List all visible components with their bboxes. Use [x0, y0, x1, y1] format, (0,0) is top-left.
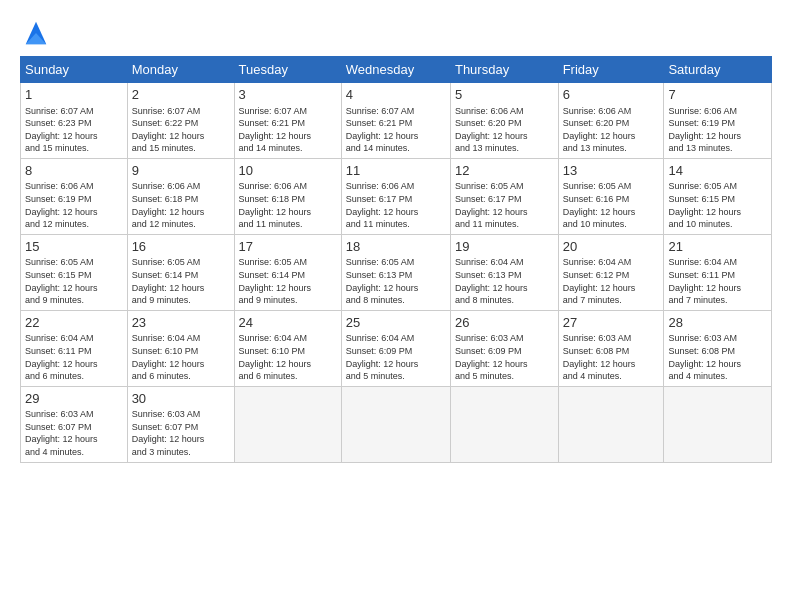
calendar-day-cell: 11Sunrise: 6:06 AM Sunset: 6:17 PM Dayli…	[341, 158, 450, 234]
calendar-week-row: 29Sunrise: 6:03 AM Sunset: 6:07 PM Dayli…	[21, 386, 772, 462]
day-number: 2	[132, 86, 230, 104]
day-number: 10	[239, 162, 337, 180]
calendar-day-cell	[450, 386, 558, 462]
calendar-day-cell: 21Sunrise: 6:04 AM Sunset: 6:11 PM Dayli…	[664, 234, 772, 310]
day-number: 15	[25, 238, 123, 256]
day-info: Sunrise: 6:04 AM Sunset: 6:11 PM Dayligh…	[25, 332, 123, 382]
day-number: 3	[239, 86, 337, 104]
day-info: Sunrise: 6:07 AM Sunset: 6:22 PM Dayligh…	[132, 105, 230, 155]
day-number: 7	[668, 86, 767, 104]
day-info: Sunrise: 6:03 AM Sunset: 6:08 PM Dayligh…	[668, 332, 767, 382]
day-info: Sunrise: 6:04 AM Sunset: 6:10 PM Dayligh…	[239, 332, 337, 382]
calendar-day-cell: 30Sunrise: 6:03 AM Sunset: 6:07 PM Dayli…	[127, 386, 234, 462]
calendar-day-cell: 25Sunrise: 6:04 AM Sunset: 6:09 PM Dayli…	[341, 310, 450, 386]
calendar-day-cell	[558, 386, 664, 462]
day-number: 14	[668, 162, 767, 180]
day-number: 24	[239, 314, 337, 332]
day-number: 22	[25, 314, 123, 332]
day-number: 6	[563, 86, 660, 104]
day-info: Sunrise: 6:07 AM Sunset: 6:21 PM Dayligh…	[239, 105, 337, 155]
header-row: SundayMondayTuesdayWednesdayThursdayFrid…	[21, 57, 772, 83]
day-info: Sunrise: 6:06 AM Sunset: 6:20 PM Dayligh…	[455, 105, 554, 155]
calendar-day-cell: 16Sunrise: 6:05 AM Sunset: 6:14 PM Dayli…	[127, 234, 234, 310]
weekday-header: Wednesday	[341, 57, 450, 83]
day-info: Sunrise: 6:04 AM Sunset: 6:11 PM Dayligh…	[668, 256, 767, 306]
calendar-day-cell: 7Sunrise: 6:06 AM Sunset: 6:19 PM Daylig…	[664, 83, 772, 159]
weekday-header: Tuesday	[234, 57, 341, 83]
day-info: Sunrise: 6:06 AM Sunset: 6:18 PM Dayligh…	[239, 180, 337, 230]
day-info: Sunrise: 6:06 AM Sunset: 6:19 PM Dayligh…	[668, 105, 767, 155]
day-info: Sunrise: 6:04 AM Sunset: 6:09 PM Dayligh…	[346, 332, 446, 382]
calendar-table: SundayMondayTuesdayWednesdayThursdayFrid…	[20, 56, 772, 463]
calendar-day-cell: 26Sunrise: 6:03 AM Sunset: 6:09 PM Dayli…	[450, 310, 558, 386]
day-info: Sunrise: 6:04 AM Sunset: 6:12 PM Dayligh…	[563, 256, 660, 306]
calendar-day-cell: 24Sunrise: 6:04 AM Sunset: 6:10 PM Dayli…	[234, 310, 341, 386]
day-info: Sunrise: 6:07 AM Sunset: 6:21 PM Dayligh…	[346, 105, 446, 155]
weekday-header: Saturday	[664, 57, 772, 83]
day-info: Sunrise: 6:03 AM Sunset: 6:07 PM Dayligh…	[132, 408, 230, 458]
day-info: Sunrise: 6:05 AM Sunset: 6:15 PM Dayligh…	[25, 256, 123, 306]
day-info: Sunrise: 6:03 AM Sunset: 6:07 PM Dayligh…	[25, 408, 123, 458]
day-number: 23	[132, 314, 230, 332]
calendar-week-row: 22Sunrise: 6:04 AM Sunset: 6:11 PM Dayli…	[21, 310, 772, 386]
logo-icon	[22, 18, 50, 46]
day-number: 21	[668, 238, 767, 256]
calendar-day-cell: 4Sunrise: 6:07 AM Sunset: 6:21 PM Daylig…	[341, 83, 450, 159]
day-info: Sunrise: 6:04 AM Sunset: 6:10 PM Dayligh…	[132, 332, 230, 382]
day-info: Sunrise: 6:07 AM Sunset: 6:23 PM Dayligh…	[25, 105, 123, 155]
calendar-day-cell	[234, 386, 341, 462]
calendar-day-cell: 22Sunrise: 6:04 AM Sunset: 6:11 PM Dayli…	[21, 310, 128, 386]
day-number: 20	[563, 238, 660, 256]
day-number: 19	[455, 238, 554, 256]
day-number: 12	[455, 162, 554, 180]
calendar-week-row: 15Sunrise: 6:05 AM Sunset: 6:15 PM Dayli…	[21, 234, 772, 310]
day-info: Sunrise: 6:06 AM Sunset: 6:17 PM Dayligh…	[346, 180, 446, 230]
calendar-day-cell: 19Sunrise: 6:04 AM Sunset: 6:13 PM Dayli…	[450, 234, 558, 310]
logo	[20, 18, 50, 46]
calendar-day-cell: 20Sunrise: 6:04 AM Sunset: 6:12 PM Dayli…	[558, 234, 664, 310]
day-number: 26	[455, 314, 554, 332]
calendar-day-cell: 13Sunrise: 6:05 AM Sunset: 6:16 PM Dayli…	[558, 158, 664, 234]
calendar-day-cell: 8Sunrise: 6:06 AM Sunset: 6:19 PM Daylig…	[21, 158, 128, 234]
day-number: 28	[668, 314, 767, 332]
weekday-header: Thursday	[450, 57, 558, 83]
day-info: Sunrise: 6:05 AM Sunset: 6:15 PM Dayligh…	[668, 180, 767, 230]
calendar-day-cell: 28Sunrise: 6:03 AM Sunset: 6:08 PM Dayli…	[664, 310, 772, 386]
calendar-week-row: 1Sunrise: 6:07 AM Sunset: 6:23 PM Daylig…	[21, 83, 772, 159]
day-info: Sunrise: 6:06 AM Sunset: 6:18 PM Dayligh…	[132, 180, 230, 230]
day-info: Sunrise: 6:04 AM Sunset: 6:13 PM Dayligh…	[455, 256, 554, 306]
calendar-day-cell: 15Sunrise: 6:05 AM Sunset: 6:15 PM Dayli…	[21, 234, 128, 310]
calendar-day-cell: 12Sunrise: 6:05 AM Sunset: 6:17 PM Dayli…	[450, 158, 558, 234]
day-number: 30	[132, 390, 230, 408]
calendar-day-cell: 27Sunrise: 6:03 AM Sunset: 6:08 PM Dayli…	[558, 310, 664, 386]
calendar-week-row: 8Sunrise: 6:06 AM Sunset: 6:19 PM Daylig…	[21, 158, 772, 234]
day-number: 17	[239, 238, 337, 256]
day-number: 25	[346, 314, 446, 332]
day-number: 1	[25, 86, 123, 104]
calendar-day-cell: 9Sunrise: 6:06 AM Sunset: 6:18 PM Daylig…	[127, 158, 234, 234]
calendar-day-cell: 1Sunrise: 6:07 AM Sunset: 6:23 PM Daylig…	[21, 83, 128, 159]
day-number: 9	[132, 162, 230, 180]
calendar-day-cell: 3Sunrise: 6:07 AM Sunset: 6:21 PM Daylig…	[234, 83, 341, 159]
weekday-header: Monday	[127, 57, 234, 83]
day-info: Sunrise: 6:06 AM Sunset: 6:20 PM Dayligh…	[563, 105, 660, 155]
calendar-day-cell: 2Sunrise: 6:07 AM Sunset: 6:22 PM Daylig…	[127, 83, 234, 159]
weekday-header: Sunday	[21, 57, 128, 83]
day-info: Sunrise: 6:05 AM Sunset: 6:16 PM Dayligh…	[563, 180, 660, 230]
calendar-day-cell: 14Sunrise: 6:05 AM Sunset: 6:15 PM Dayli…	[664, 158, 772, 234]
calendar-day-cell: 18Sunrise: 6:05 AM Sunset: 6:13 PM Dayli…	[341, 234, 450, 310]
day-number: 11	[346, 162, 446, 180]
calendar-day-cell	[341, 386, 450, 462]
day-number: 29	[25, 390, 123, 408]
page: SundayMondayTuesdayWednesdayThursdayFrid…	[0, 0, 792, 473]
calendar-day-cell	[664, 386, 772, 462]
day-info: Sunrise: 6:03 AM Sunset: 6:08 PM Dayligh…	[563, 332, 660, 382]
day-number: 8	[25, 162, 123, 180]
calendar-day-cell: 23Sunrise: 6:04 AM Sunset: 6:10 PM Dayli…	[127, 310, 234, 386]
day-number: 5	[455, 86, 554, 104]
day-info: Sunrise: 6:05 AM Sunset: 6:14 PM Dayligh…	[132, 256, 230, 306]
day-info: Sunrise: 6:03 AM Sunset: 6:09 PM Dayligh…	[455, 332, 554, 382]
day-number: 13	[563, 162, 660, 180]
day-number: 18	[346, 238, 446, 256]
day-number: 27	[563, 314, 660, 332]
